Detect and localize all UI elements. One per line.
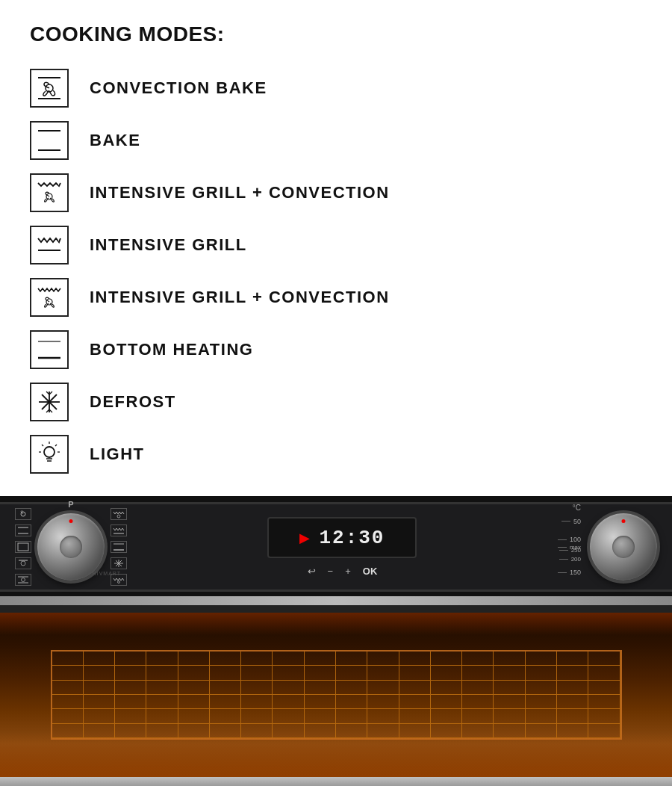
rack-cell xyxy=(178,681,210,695)
rack-cell xyxy=(273,652,304,666)
rack-cell xyxy=(305,681,336,695)
rack-cell xyxy=(431,681,462,695)
intensive-grill-convection-2-label: INTENSIVE GRILL + CONVECTION xyxy=(90,288,390,307)
svg-point-18 xyxy=(44,447,55,457)
rack-cell xyxy=(241,709,273,723)
rack-cell xyxy=(305,695,336,709)
panel-icon-2 xyxy=(15,524,31,536)
temp-200-label: 200 xyxy=(571,556,581,563)
rack-cell xyxy=(588,681,620,695)
rack-cell xyxy=(115,666,146,680)
list-item: INTENSIVE GRILL + CONVECTION xyxy=(30,278,642,317)
rack-cell xyxy=(146,652,178,666)
rack-cell xyxy=(399,695,431,709)
rack-cell xyxy=(494,695,525,709)
oven-frame-bottom xyxy=(0,777,672,786)
list-item: BAKE xyxy=(30,121,642,160)
rack-cell xyxy=(115,681,146,695)
rack-cell xyxy=(494,681,525,695)
rack-cell xyxy=(115,709,146,723)
bottom-heating-label: BOTTOM HEATING xyxy=(90,340,253,359)
rack-cell xyxy=(526,666,557,680)
rack-cell xyxy=(146,666,178,680)
rack-cell xyxy=(146,695,178,709)
rack-cell xyxy=(241,652,273,666)
rack-cell xyxy=(273,666,304,680)
rack-cell xyxy=(367,695,399,709)
rack-cell xyxy=(52,695,84,709)
rack-cell xyxy=(84,709,115,723)
panel-icon-1 xyxy=(15,508,31,520)
rack-cell xyxy=(146,681,178,695)
rack-cell xyxy=(84,695,115,709)
rack-cell xyxy=(462,681,494,695)
rack-cell xyxy=(305,709,336,723)
modes-list: CONVECTION BAKE BAKE xyxy=(30,69,642,474)
svg-point-32 xyxy=(22,578,25,582)
display-play-icon: ▶ xyxy=(299,530,310,546)
minus-button[interactable]: − xyxy=(328,566,334,577)
rack-cell xyxy=(588,709,620,723)
rack-cell xyxy=(526,681,557,695)
display-screen: ▶ 12:30 xyxy=(267,517,417,558)
rack-cell xyxy=(84,681,115,695)
rack-cell xyxy=(431,666,462,680)
rack-cell xyxy=(273,695,304,709)
rack-cell xyxy=(367,681,399,695)
rack-cell xyxy=(178,709,210,723)
rack-cell xyxy=(399,666,431,680)
rack-cell xyxy=(399,681,431,695)
rack-cell xyxy=(146,709,178,723)
intensive-grill-icon xyxy=(30,226,69,264)
rack-cell xyxy=(557,666,588,680)
panel-icon-4 xyxy=(15,557,31,569)
list-item: INTENSIVE GRILL xyxy=(30,226,642,264)
rack-cell xyxy=(115,695,146,709)
panel-icon-9 xyxy=(111,557,127,569)
rack-cell xyxy=(241,695,273,709)
rack-cell xyxy=(557,652,588,666)
temp-mark-150: 150 xyxy=(558,566,581,578)
temp-knob-indicator xyxy=(622,519,626,523)
rack-cell xyxy=(494,666,525,680)
rack-cell xyxy=(557,681,588,695)
rack-cell xyxy=(52,681,84,695)
rack-cell xyxy=(462,652,494,666)
oven-interior: // Generate rack cells const rack = docu… xyxy=(0,613,672,777)
convection-bake-icon xyxy=(30,69,69,108)
panel-icon-6 xyxy=(111,508,127,520)
defrost-label: DEFROST xyxy=(90,392,176,412)
rack-cell xyxy=(588,652,620,666)
display-time: 12:30 xyxy=(319,527,385,549)
left-mode-icons xyxy=(15,508,31,586)
rack-cell xyxy=(178,652,210,666)
intensive-grill-convection-1-icon xyxy=(30,173,69,212)
list-item: BOTTOM HEATING xyxy=(30,330,642,369)
svg-point-35 xyxy=(117,515,120,518)
rack-cell xyxy=(241,666,273,680)
temp-50: 50 xyxy=(573,516,581,527)
svg-point-43 xyxy=(118,581,120,584)
rack-cell xyxy=(210,695,241,709)
ok-button[interactable]: OK xyxy=(363,566,378,577)
rack-cell xyxy=(210,652,241,666)
display-controls: ↩ − + OK xyxy=(308,566,378,577)
page-title: COOKING MODES: xyxy=(30,22,642,46)
rack-cell xyxy=(494,709,525,723)
temperature-knob[interactable] xyxy=(590,513,657,581)
back-button[interactable]: ↩ xyxy=(308,566,316,577)
knob-indicator xyxy=(69,519,73,523)
plus-button[interactable]: + xyxy=(345,566,351,577)
temp-150: 150 xyxy=(570,566,581,578)
rack-cell xyxy=(241,681,273,695)
oven-handle-bar xyxy=(0,596,672,605)
knob-label-p: P xyxy=(68,500,73,509)
rack-cell xyxy=(588,695,620,709)
left-knob-area: P PRIVMART xyxy=(15,508,127,586)
light-icon xyxy=(30,435,69,474)
oven-frame-top xyxy=(0,496,672,502)
rack-cell xyxy=(431,695,462,709)
rack-cell xyxy=(557,709,588,723)
rack-cell xyxy=(305,666,336,680)
rack-cell xyxy=(494,652,525,666)
